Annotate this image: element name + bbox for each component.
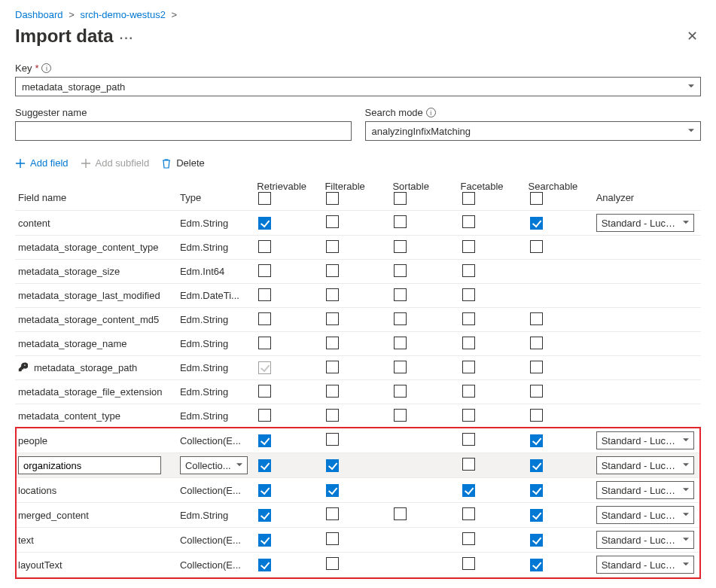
filterable-checkbox[interactable]: [326, 484, 339, 497]
filterable-checkbox[interactable]: [326, 361, 339, 373]
key-dropdown[interactable]: metadata_storage_path: [15, 77, 701, 96]
filterable-checkbox[interactable]: [326, 409, 339, 422]
retrievable-checkbox[interactable]: [258, 534, 271, 547]
table-row[interactable]: content Edm.String Standard - Luce...: [15, 211, 701, 236]
table-row[interactable]: layoutText Collection(E... Standard - Lu…: [15, 553, 701, 577]
add-field-button[interactable]: Add field: [15, 157, 69, 169]
more-icon[interactable]: ···: [120, 32, 134, 44]
sortable-checkbox[interactable]: [394, 312, 407, 325]
searchable-checkbox[interactable]: [530, 459, 543, 472]
searchable-checkbox[interactable]: [530, 385, 543, 398]
breadcrumb-dashboard[interactable]: Dashboard: [15, 9, 63, 20]
retrievable-checkbox[interactable]: [258, 264, 271, 277]
retrievable-checkbox[interactable]: [258, 385, 271, 398]
close-icon[interactable]: ✕: [684, 25, 701, 47]
table-row[interactable]: Collectio... Standard - Luce...: [15, 453, 701, 478]
searchable-checkbox[interactable]: [530, 434, 543, 447]
filterable-checkbox[interactable]: [326, 385, 339, 398]
analyzer-dropdown[interactable]: Standard - Luce...: [596, 456, 694, 474]
table-row[interactable]: people Collection(E... Standard - Luce..…: [15, 428, 701, 453]
analyzer-dropdown[interactable]: Standard - Luce...: [596, 431, 694, 449]
filterable-header-checkbox[interactable]: [326, 192, 339, 205]
searchable-checkbox[interactable]: [530, 409, 543, 422]
facetable-checkbox[interactable]: [462, 288, 475, 301]
facetable-checkbox[interactable]: [462, 484, 475, 497]
sortable-checkbox[interactable]: [394, 240, 407, 253]
retrievable-checkbox[interactable]: [258, 312, 271, 325]
analyzer-dropdown[interactable]: Standard - Luce...: [596, 556, 694, 574]
retrievable-checkbox[interactable]: [258, 217, 271, 230]
sortable-checkbox[interactable]: [394, 409, 407, 422]
sortable-checkbox[interactable]: [394, 288, 407, 301]
info-icon[interactable]: i: [41, 63, 51, 73]
table-row[interactable]: merged_content Edm.String Standard - Luc…: [15, 503, 701, 528]
retrievable-checkbox[interactable]: [258, 484, 271, 497]
sortable-checkbox[interactable]: [394, 337, 407, 349]
table-row[interactable]: metadata_storage_size Edm.Int64: [15, 260, 701, 284]
sortable-checkbox[interactable]: [394, 507, 407, 520]
delete-button[interactable]: Delete: [161, 157, 205, 169]
filterable-checkbox[interactable]: [326, 288, 339, 301]
filterable-checkbox[interactable]: [326, 337, 339, 349]
table-row[interactable]: metadata_storage_last_modified Edm.DateT…: [15, 284, 701, 308]
searchable-checkbox[interactable]: [530, 509, 543, 522]
retrievable-checkbox[interactable]: [258, 434, 271, 447]
analyzer-dropdown[interactable]: Standard - Luce...: [596, 481, 694, 499]
facetable-checkbox[interactable]: [462, 312, 475, 325]
table-row[interactable]: text Collection(E... Standard - Luce...: [15, 528, 701, 553]
sortable-checkbox[interactable]: [394, 215, 407, 228]
sortable-checkbox[interactable]: [394, 385, 407, 398]
sortable-header-checkbox[interactable]: [394, 192, 407, 205]
filterable-checkbox[interactable]: [326, 507, 339, 520]
facetable-checkbox[interactable]: [462, 215, 475, 228]
searchable-checkbox[interactable]: [530, 361, 543, 373]
searchable-checkbox[interactable]: [530, 559, 543, 571]
filterable-checkbox[interactable]: [326, 532, 339, 545]
suggester-input[interactable]: [15, 121, 352, 141]
retrievable-header-checkbox[interactable]: [258, 192, 271, 205]
table-row[interactable]: metadata_storage_content_md5 Edm.String: [15, 308, 701, 332]
facetable-checkbox[interactable]: [462, 264, 475, 277]
searchable-header-checkbox[interactable]: [530, 192, 543, 205]
table-row[interactable]: metadata_storage_path Edm.String: [15, 356, 701, 380]
searchable-checkbox[interactable]: [530, 337, 543, 349]
retrievable-checkbox[interactable]: [258, 240, 271, 253]
table-row[interactable]: metadata_storage_content_type Edm.String: [15, 236, 701, 260]
facetable-checkbox[interactable]: [462, 361, 475, 373]
facetable-header-checkbox[interactable]: [462, 192, 475, 205]
facetable-checkbox[interactable]: [462, 337, 475, 349]
field-type-dropdown[interactable]: Collectio...: [180, 456, 248, 474]
facetable-checkbox[interactable]: [462, 458, 475, 471]
table-row[interactable]: metadata_storage_file_extension Edm.Stri…: [15, 380, 701, 404]
filterable-checkbox[interactable]: [326, 557, 339, 570]
table-row[interactable]: metadata_content_type Edm.String: [15, 404, 701, 428]
filterable-checkbox[interactable]: [326, 240, 339, 253]
filterable-checkbox[interactable]: [326, 215, 339, 228]
retrievable-checkbox[interactable]: [258, 409, 271, 422]
retrievable-checkbox[interactable]: [258, 288, 271, 301]
table-row[interactable]: locations Collection(E... Standard - Luc…: [15, 478, 701, 503]
filterable-checkbox[interactable]: [326, 264, 339, 277]
searchable-checkbox[interactable]: [530, 484, 543, 497]
facetable-checkbox[interactable]: [462, 433, 475, 446]
searchable-checkbox[interactable]: [530, 534, 543, 547]
filterable-checkbox[interactable]: [326, 433, 339, 446]
filterable-checkbox[interactable]: [326, 459, 339, 472]
filterable-checkbox[interactable]: [326, 312, 339, 325]
retrievable-checkbox[interactable]: [258, 559, 271, 571]
analyzer-dropdown[interactable]: Standard - Luce...: [596, 531, 694, 549]
retrievable-checkbox[interactable]: [258, 509, 271, 522]
searchable-checkbox[interactable]: [530, 240, 543, 253]
retrievable-checkbox[interactable]: [258, 337, 271, 349]
sortable-checkbox[interactable]: [394, 264, 407, 277]
searchmode-dropdown[interactable]: analyzingInfixMatching: [365, 121, 702, 141]
searchable-checkbox[interactable]: [530, 312, 543, 325]
facetable-checkbox[interactable]: [462, 240, 475, 253]
facetable-checkbox[interactable]: [462, 557, 475, 570]
facetable-checkbox[interactable]: [462, 507, 475, 520]
analyzer-dropdown[interactable]: Standard - Luce...: [596, 214, 694, 232]
facetable-checkbox[interactable]: [462, 409, 475, 422]
retrievable-checkbox[interactable]: [258, 459, 271, 472]
field-name-input[interactable]: [18, 456, 161, 474]
breadcrumb-resource[interactable]: srch-demo-westus2: [80, 9, 165, 20]
